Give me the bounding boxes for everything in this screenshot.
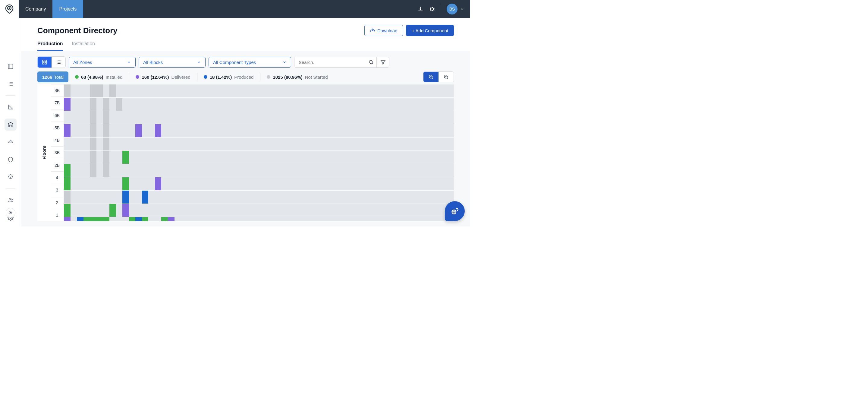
grid-cell[interactable] (363, 177, 370, 190)
grid-cell[interactable] (311, 138, 317, 150)
grid-cell[interactable] (441, 98, 447, 111)
grid-cell[interactable] (337, 111, 344, 124)
grid-cell[interactable] (343, 111, 350, 124)
grid-cell[interactable] (343, 151, 350, 164)
grid-cell[interactable] (110, 177, 116, 190)
grid-cell[interactable] (142, 85, 149, 97)
grid-cell[interactable] (298, 85, 304, 97)
grid-cell[interactable] (213, 164, 220, 177)
grid-cell[interactable] (90, 111, 96, 124)
grid-cell[interactable] (77, 111, 84, 124)
grid-cell[interactable] (181, 85, 187, 97)
grid-cell[interactable] (148, 98, 155, 111)
grid-cell[interactable] (337, 138, 344, 150)
grid-cell[interactable] (298, 164, 304, 177)
grid-cell[interactable] (285, 177, 291, 190)
grid-cell[interactable] (363, 151, 370, 164)
grid-cell[interactable] (70, 85, 77, 97)
grid-cell[interactable] (155, 204, 161, 217)
grid-cell[interactable] (175, 164, 181, 177)
grid-cell[interactable] (116, 217, 123, 221)
grid-cell[interactable] (317, 111, 324, 124)
grid-cell[interactable] (135, 98, 142, 111)
grid-cell[interactable] (434, 177, 441, 190)
grid-cell[interactable] (96, 190, 103, 204)
grid-cell[interactable] (84, 190, 90, 204)
grid-cell[interactable] (116, 151, 123, 164)
grid-cell[interactable] (194, 217, 200, 221)
grid-cell[interactable] (233, 111, 240, 124)
grid-cell[interactable] (324, 138, 331, 150)
grid-cell[interactable] (103, 217, 110, 221)
grid-cell[interactable] (298, 217, 304, 221)
grid-cell[interactable] (161, 85, 168, 97)
grid-cell[interactable] (311, 151, 317, 164)
grid-cell[interactable] (285, 138, 291, 150)
grid-cell[interactable] (175, 190, 181, 204)
grid-cell[interactable] (259, 138, 266, 150)
grid-cell[interactable] (233, 190, 240, 204)
grid-cell[interactable] (168, 98, 175, 111)
gear-icon[interactable] (429, 6, 435, 12)
grid-cell[interactable] (428, 164, 435, 177)
grid-cell[interactable] (207, 177, 213, 190)
grid-cell[interactable] (187, 151, 194, 164)
grid-cell[interactable] (77, 190, 84, 204)
grid-cell[interactable] (181, 124, 187, 137)
grid-cell[interactable] (278, 151, 285, 164)
grid-cell[interactable] (246, 190, 253, 204)
grid-cell[interactable] (187, 111, 194, 124)
grid-cell[interactable] (337, 85, 344, 97)
grid-cell[interactable] (233, 164, 240, 177)
grid-cell[interactable] (90, 151, 96, 164)
grid-cell[interactable] (396, 138, 402, 150)
grid-cell[interactable] (382, 85, 389, 97)
grid-cell[interactable] (317, 124, 324, 137)
grid-cell[interactable] (441, 177, 447, 190)
grid-cell[interactable] (402, 124, 408, 137)
grid-cell[interactable] (421, 177, 428, 190)
grid-cell[interactable] (369, 151, 376, 164)
grid-cell[interactable] (207, 85, 213, 97)
grid-cell[interactable] (382, 124, 389, 137)
grid-cell[interactable] (369, 111, 376, 124)
grid-cell[interactable] (168, 111, 175, 124)
grid-cell[interactable] (194, 98, 200, 111)
grid-cell[interactable] (207, 138, 213, 150)
grid-cell[interactable] (77, 85, 84, 97)
grid-cell[interactable] (70, 111, 77, 124)
grid-cell[interactable] (129, 85, 135, 97)
grid-cell[interactable] (343, 177, 350, 190)
grid-cell[interactable] (298, 111, 304, 124)
grid-cell[interactable] (337, 177, 344, 190)
grid-cell[interactable] (363, 124, 370, 137)
grid-cell[interactable] (376, 85, 382, 97)
grid-cell[interactable] (148, 111, 155, 124)
grid-cell[interactable] (376, 151, 382, 164)
grid-cell[interactable] (272, 138, 278, 150)
grid-cell[interactable] (252, 217, 259, 221)
grid-cell[interactable] (122, 138, 129, 150)
grid-cell[interactable] (239, 151, 246, 164)
grid-cell[interactable] (194, 204, 200, 217)
grid-cell[interactable] (447, 85, 454, 97)
grid-cell[interactable] (350, 138, 356, 150)
grid-cell[interactable] (239, 217, 246, 221)
grid-cell[interactable] (285, 190, 291, 204)
grid-cell[interactable] (252, 177, 259, 190)
grid-cell[interactable] (142, 190, 149, 204)
grid-cell[interactable] (259, 217, 266, 221)
grid-cell[interactable] (200, 177, 207, 190)
grid-cell[interactable] (259, 124, 266, 137)
grid-cell[interactable] (278, 85, 285, 97)
grid-cell[interactable] (278, 204, 285, 217)
grid-cell[interactable] (330, 124, 337, 137)
grid-cell[interactable] (246, 151, 253, 164)
grid-cell[interactable] (84, 138, 90, 150)
grid-cell[interactable] (226, 124, 233, 137)
grid-cell[interactable] (330, 217, 337, 221)
grid-cell[interactable] (64, 204, 70, 217)
grid-cell[interactable] (434, 151, 441, 164)
grid-cell[interactable] (330, 85, 337, 97)
grid-cell[interactable] (220, 190, 227, 204)
